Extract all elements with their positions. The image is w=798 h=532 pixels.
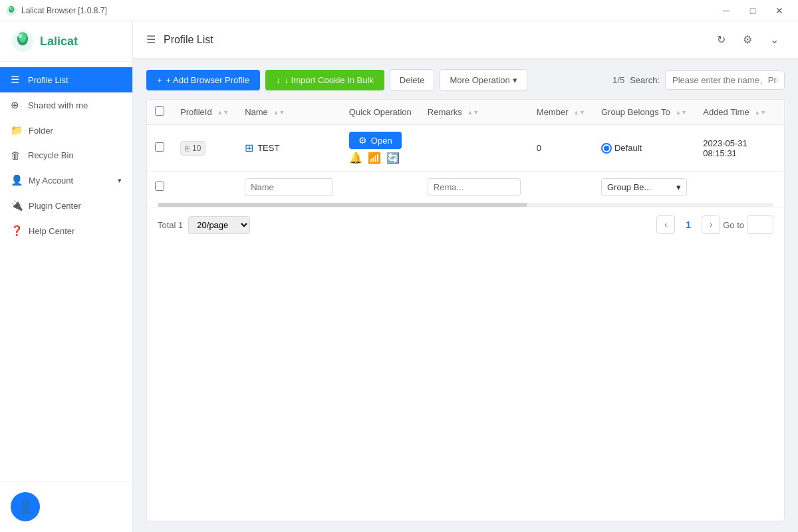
new-remarks-input[interactable] [428,178,521,196]
goto-input[interactable]: 1 [747,215,773,234]
wifi-icon[interactable]: 📶 [368,152,381,164]
maximize-button[interactable]: □ [739,0,766,21]
new-group-cell: Group Be... ▾ [593,172,695,203]
toolbar: + + Add Browser Profile ↓ ↓ Import Cooki… [146,69,785,91]
sync-icon[interactable]: 🔄 [386,152,400,164]
select-all-header [147,100,172,125]
sidebar-logo: Lalicat [0,21,132,62]
next-icon: › [710,220,712,229]
profile-table-container: ProfileId ▲▼ Name ▲▼ Quick Operation [146,99,785,521]
new-time-cell [695,172,784,203]
page-size-select[interactable]: 20/page 50/page 100/page [188,216,250,234]
logo-icon [11,29,35,53]
row-checkbox[interactable] [155,142,164,152]
member-value: 0 [537,143,541,153]
new-name-input[interactable] [245,178,333,196]
member-cell: 0 [529,125,593,172]
open-label: Open [371,136,392,146]
sidebar-item-label: My Account [29,176,73,186]
refresh-button[interactable]: ↻ [710,29,732,51]
sort-icon[interactable]: ▲▼ [467,110,479,116]
sort-icon[interactable]: ▲▼ [217,110,229,116]
open-button[interactable]: ⚙ Open [349,132,402,149]
member-header: Member ▲▼ [529,100,593,125]
add-browser-profile-label: + Add Browser Profile [166,75,249,85]
new-row-checkbox[interactable] [155,182,164,191]
new-name-cell [237,172,341,203]
added-time-value: 2023-05-31 08:15:31 [703,138,747,158]
menu-icon: ☰ [146,33,156,46]
dropdown-icon: ▾ [676,182,681,192]
more-operation-label: More Operation [450,75,509,85]
topbar-actions: ↻ ⚙ ⌄ [710,29,785,51]
download-icon: ↓ [276,75,281,85]
select-all-checkbox[interactable] [155,106,164,116]
profileid-header: ProfileId ▲▼ [172,100,237,125]
profile-id-value: 10 [192,144,201,153]
sort-icon[interactable]: ▲▼ [675,110,687,116]
list-icon: ☰ [11,74,23,86]
chevron-down-icon: ▾ [118,176,122,185]
sidebar-item-label: Shared with me [28,100,88,110]
account-icon: 👤 [11,174,23,186]
support-icon: 👤 [17,499,34,515]
sort-icon[interactable]: ▲▼ [754,110,766,116]
support-button[interactable]: 👤 [11,492,40,521]
profile-id-badge: ⎘ 10 [180,141,205,156]
group-belongs-label: Group Belongs To [601,107,670,117]
page-navigation: ‹ 1 › Go to 1 [656,215,773,234]
quick-action-icons: 🔔 📶 🔄 [349,152,412,164]
sidebar-item-label: Recycle Bin [28,150,74,160]
plus-icon: + [157,75,162,85]
new-quick-op-cell [341,172,420,203]
profileid-cell: ⎘ 10 [172,125,237,172]
new-row-check-cell [147,172,172,203]
radio-button [601,143,612,154]
add-browser-profile-button[interactable]: + + Add Browser Profile [146,70,260,90]
search-input[interactable] [665,70,785,90]
delete-button[interactable]: Delete [390,69,435,91]
profile-name-value: TEST [257,143,279,153]
help-icon: ❓ [11,225,23,237]
expand-button[interactable]: ⌄ [763,29,785,51]
sidebar-item-label: Profile List [28,75,68,85]
minimize-button[interactable]: ─ [713,0,739,21]
settings-button[interactable]: ⚙ [737,29,758,51]
remarks-header: Remarks ▲▼ [420,100,529,125]
sidebar-item-recycle-bin[interactable]: 🗑 Recycle Bin [0,143,132,168]
name-cell: ⊞ TEST [237,125,341,172]
new-row-id-cell [172,172,237,203]
name-header: Name ▲▼ [237,100,341,125]
chevron-down-icon: ⌄ [770,33,779,46]
bell-icon[interactable]: 🔔 [349,152,362,164]
profile-name: ⊞ TEST [245,142,333,154]
sort-icon[interactable]: ▲▼ [273,110,285,116]
page-count: 1/5 [612,75,624,85]
sidebar-item-help-center[interactable]: ❓ Help Center [0,218,132,243]
radio-inner [604,146,609,151]
sidebar-item-plugin-center[interactable]: 🔌 Plugin Center [0,193,132,218]
sidebar-item-my-account[interactable]: 👤 My Account ▾ [0,168,132,193]
close-button[interactable]: ✕ [766,0,793,21]
group-belongs-header: Group Belongs To ▲▼ [593,100,695,125]
more-operation-button[interactable]: More Operation ▾ [440,69,527,91]
group-value-container: Default [601,143,687,154]
sidebar-item-label: Plugin Center [29,201,81,211]
row-select-cell [147,125,172,172]
table-header: ProfileId ▲▼ Name ▲▼ Quick Operation [147,100,784,125]
new-profile-row: Group Be... ▾ [147,172,784,203]
remarks-label: Remarks [428,107,462,117]
group-value: Default [614,143,642,153]
sidebar-item-shared-with-me[interactable]: ⊕ Shared with me [0,92,132,118]
added-time-label: Added Time [703,107,749,117]
sort-icon[interactable]: ▲▼ [573,110,585,116]
prev-page-button[interactable]: ‹ [656,215,675,234]
next-page-button[interactable]: › [702,215,720,234]
group-select[interactable]: Group Be... ▾ [601,178,687,196]
quick-operations: ⚙ Open 🔔 📶 🔄 [349,132,412,164]
pagination: Total 1 20/page 50/page 100/page ‹ 1 › [147,207,784,242]
sidebar-item-profile-list[interactable]: ☰ Profile List [0,67,132,92]
import-cookie-button[interactable]: ↓ ↓ Import Cookie In Bulk [265,70,384,90]
new-remarks-cell [420,172,529,203]
sidebar-item-folder[interactable]: 📁 Folder [0,118,132,143]
